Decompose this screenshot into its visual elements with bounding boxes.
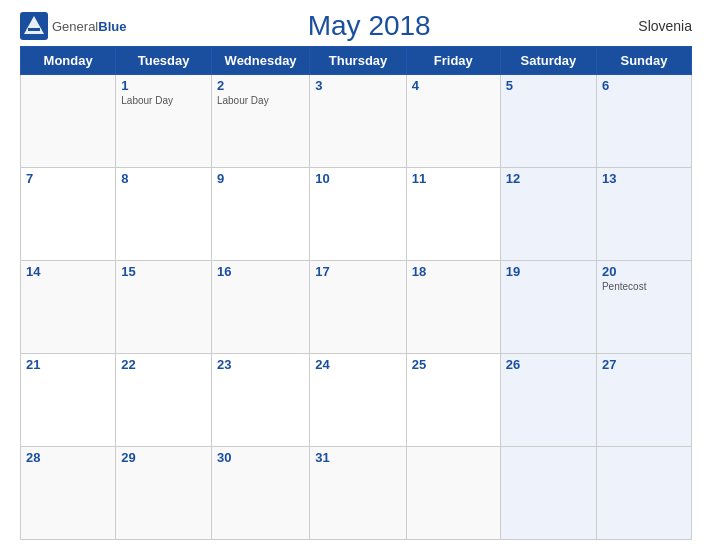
- calendar-day-cell: 8: [116, 168, 212, 261]
- calendar-day-cell: [596, 447, 691, 540]
- holiday-label: Labour Day: [121, 95, 206, 106]
- calendar-day-cell: 4: [406, 75, 500, 168]
- calendar-day-cell: 7: [21, 168, 116, 261]
- day-number: 24: [315, 357, 401, 372]
- calendar-day-cell: 21: [21, 354, 116, 447]
- calendar-day-cell: 9: [211, 168, 309, 261]
- calendar-day-cell: 28: [21, 447, 116, 540]
- day-number: 6: [602, 78, 686, 93]
- calendar-day-cell: 13: [596, 168, 691, 261]
- day-number: 2: [217, 78, 304, 93]
- calendar-week-row: 14151617181920Pentecost: [21, 261, 692, 354]
- day-number: 15: [121, 264, 206, 279]
- day-number: 28: [26, 450, 110, 465]
- calendar-day-cell: 18: [406, 261, 500, 354]
- day-number: 31: [315, 450, 401, 465]
- day-number: 4: [412, 78, 495, 93]
- day-number: 25: [412, 357, 495, 372]
- weekday-header-tuesday: Tuesday: [116, 47, 212, 75]
- calendar-day-cell: [500, 447, 596, 540]
- weekday-header-saturday: Saturday: [500, 47, 596, 75]
- day-number: 27: [602, 357, 686, 372]
- calendar-day-cell: 5: [500, 75, 596, 168]
- day-number: 11: [412, 171, 495, 186]
- calendar-day-cell: 6: [596, 75, 691, 168]
- weekday-header-wednesday: Wednesday: [211, 47, 309, 75]
- day-number: 3: [315, 78, 401, 93]
- calendar-table: MondayTuesdayWednesdayThursdayFridaySatu…: [20, 46, 692, 540]
- calendar-day-cell: 30: [211, 447, 309, 540]
- day-number: 9: [217, 171, 304, 186]
- day-number: 14: [26, 264, 110, 279]
- holiday-label: Pentecost: [602, 281, 686, 292]
- logo-general: General: [52, 19, 98, 34]
- calendar-day-cell: 19: [500, 261, 596, 354]
- generalblue-logo-icon: [20, 12, 48, 40]
- day-number: 21: [26, 357, 110, 372]
- weekday-header-friday: Friday: [406, 47, 500, 75]
- calendar-day-cell: 14: [21, 261, 116, 354]
- calendar-day-cell: 15: [116, 261, 212, 354]
- day-number: 16: [217, 264, 304, 279]
- logo: GeneralBlue: [20, 12, 126, 40]
- calendar-day-cell: 11: [406, 168, 500, 261]
- calendar-day-cell: 20Pentecost: [596, 261, 691, 354]
- calendar-day-cell: 12: [500, 168, 596, 261]
- calendar-day-cell: [21, 75, 116, 168]
- calendar-week-row: 21222324252627: [21, 354, 692, 447]
- calendar-week-row: 28293031: [21, 447, 692, 540]
- country-label: Slovenia: [612, 18, 692, 34]
- holiday-label: Labour Day: [217, 95, 304, 106]
- day-number: 13: [602, 171, 686, 186]
- calendar-day-cell: 24: [310, 354, 407, 447]
- day-number: 12: [506, 171, 591, 186]
- calendar-day-cell: 22: [116, 354, 212, 447]
- day-number: 19: [506, 264, 591, 279]
- day-number: 29: [121, 450, 206, 465]
- calendar-day-cell: 27: [596, 354, 691, 447]
- weekday-header-row: MondayTuesdayWednesdayThursdayFridaySatu…: [21, 47, 692, 75]
- calendar-day-cell: 25: [406, 354, 500, 447]
- svg-rect-2: [28, 28, 40, 31]
- day-number: 30: [217, 450, 304, 465]
- logo-text: GeneralBlue: [52, 17, 126, 35]
- calendar-body: 1Labour Day2Labour Day345678910111213141…: [21, 75, 692, 540]
- calendar-day-cell: 2Labour Day: [211, 75, 309, 168]
- calendar-day-cell: 23: [211, 354, 309, 447]
- day-number: 22: [121, 357, 206, 372]
- weekday-header-thursday: Thursday: [310, 47, 407, 75]
- day-number: 26: [506, 357, 591, 372]
- calendar-day-cell: 10: [310, 168, 407, 261]
- calendar-day-cell: [406, 447, 500, 540]
- day-number: 17: [315, 264, 401, 279]
- month-title: May 2018: [126, 10, 612, 42]
- calendar-day-cell: 26: [500, 354, 596, 447]
- day-number: 7: [26, 171, 110, 186]
- weekday-header-monday: Monday: [21, 47, 116, 75]
- calendar-day-cell: 29: [116, 447, 212, 540]
- calendar-day-cell: 31: [310, 447, 407, 540]
- day-number: 5: [506, 78, 591, 93]
- weekday-header-sunday: Sunday: [596, 47, 691, 75]
- calendar-day-cell: 3: [310, 75, 407, 168]
- day-number: 20: [602, 264, 686, 279]
- day-number: 23: [217, 357, 304, 372]
- calendar-day-cell: 16: [211, 261, 309, 354]
- calendar-day-cell: 1Labour Day: [116, 75, 212, 168]
- day-number: 1: [121, 78, 206, 93]
- calendar-week-row: 1Labour Day2Labour Day3456: [21, 75, 692, 168]
- calendar-day-cell: 17: [310, 261, 407, 354]
- day-number: 10: [315, 171, 401, 186]
- calendar-week-row: 78910111213: [21, 168, 692, 261]
- calendar-header: GeneralBlue May 2018 Slovenia: [20, 10, 692, 42]
- day-number: 18: [412, 264, 495, 279]
- logo-blue: Blue: [98, 19, 126, 34]
- day-number: 8: [121, 171, 206, 186]
